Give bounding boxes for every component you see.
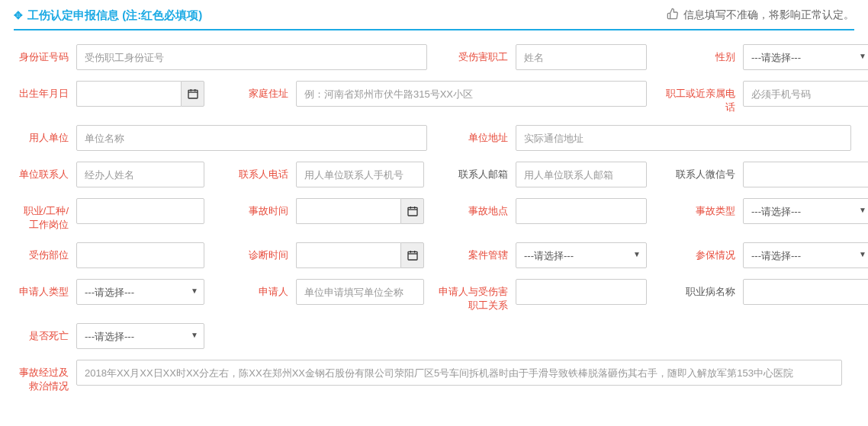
label-contact-phone: 联系人电话 [212, 162, 288, 181]
cog-icon: ✥ [14, 9, 23, 21]
dob-input[interactable] [76, 81, 181, 107]
label-disease-name: 职业病名称 [662, 279, 735, 299]
contact-phone-input[interactable] [296, 162, 424, 187]
section-header: ✥ 工伤认定申报信息 (注:红色必填项) 信息填写不准确，将影响正常认定。 [14, 8, 854, 30]
label-applicant: 申请人 [212, 279, 288, 299]
label-diagnosis-time: 诊断时间 [212, 242, 288, 262]
label-occupation: 职业/工种/工作岗位 [17, 198, 69, 232]
label-employer: 用人单位 [17, 125, 69, 145]
accident-type-select[interactable]: ---请选择--- [743, 198, 868, 224]
label-accident-time: 事故时间 [212, 198, 288, 218]
label-victim: 受伤害职工 [435, 44, 508, 64]
label-dob: 出生年月日 [17, 81, 69, 101]
contact-email-input[interactable] [516, 162, 647, 187]
insurance-select[interactable]: ---请选择--- [743, 242, 868, 268]
employer-addr-input[interactable] [516, 125, 851, 151]
label-home-addr: 家庭住址 [212, 81, 288, 101]
svg-rect-0 [188, 90, 198, 98]
section-title: 工伤认定申报信息 (注:红色必填项) [27, 8, 202, 23]
svg-rect-8 [408, 251, 417, 260]
id-no-input[interactable] [76, 44, 427, 70]
applicant-input[interactable] [296, 279, 424, 305]
label-accident-type: 事故类型 [662, 198, 735, 218]
contact-wechat-input[interactable] [743, 162, 868, 187]
accident-time-input[interactable] [296, 198, 400, 224]
label-is-dead: 是否死亡 [17, 323, 69, 343]
label-injury-part: 受伤部位 [17, 242, 69, 262]
injury-part-input[interactable] [76, 242, 204, 268]
label-accident-place: 事故地点 [432, 198, 508, 218]
label-insurance: 参保情况 [662, 242, 735, 262]
label-applicant-relation: 申请人与受伤害职工关系 [432, 279, 508, 312]
svg-rect-4 [408, 207, 417, 216]
applicant-type-select[interactable]: ---请选择--- [76, 279, 204, 305]
relative-phone-input[interactable] [743, 81, 868, 107]
unit-contact-input[interactable] [76, 162, 204, 187]
thumbs-up-icon [667, 8, 679, 23]
label-gender: 性别 [662, 44, 735, 64]
employer-input[interactable] [76, 125, 427, 151]
dob-calendar-button[interactable] [181, 81, 204, 107]
disease-name-input[interactable] [743, 279, 868, 305]
occupation-input[interactable] [76, 198, 204, 224]
accident-time-calendar-button[interactable] [400, 198, 424, 224]
label-relative-phone: 职工或近亲属电话 [662, 81, 735, 114]
label-employer-addr: 单位地址 [435, 125, 508, 145]
case-jurisdiction-select[interactable]: ---请选择--- [516, 242, 647, 268]
diagnosis-time-calendar-button[interactable] [400, 242, 424, 268]
label-id-no: 身份证号码 [17, 44, 69, 64]
accident-desc-input[interactable] [76, 360, 842, 386]
label-contact-email: 联系人邮箱 [432, 162, 508, 181]
header-notice: 信息填写不准确，将影响正常认定。 [683, 8, 854, 22]
label-contact-wechat: 联系人微信号 [662, 162, 735, 181]
accident-place-input[interactable] [516, 198, 647, 224]
label-applicant-type: 申请人类型 [17, 279, 69, 299]
home-addr-input[interactable] [296, 81, 647, 107]
applicant-relation-input[interactable] [516, 279, 647, 305]
victim-input[interactable] [516, 44, 647, 70]
is-dead-select[interactable]: ---请选择--- [76, 323, 204, 349]
diagnosis-time-input[interactable] [296, 242, 400, 268]
label-unit-contact: 单位联系人 [17, 162, 69, 181]
label-accident-desc: 事故经过及救治情况 [17, 360, 69, 393]
gender-select[interactable]: ---请选择--- [743, 44, 868, 70]
label-case-jurisdiction: 案件管辖 [432, 242, 508, 262]
